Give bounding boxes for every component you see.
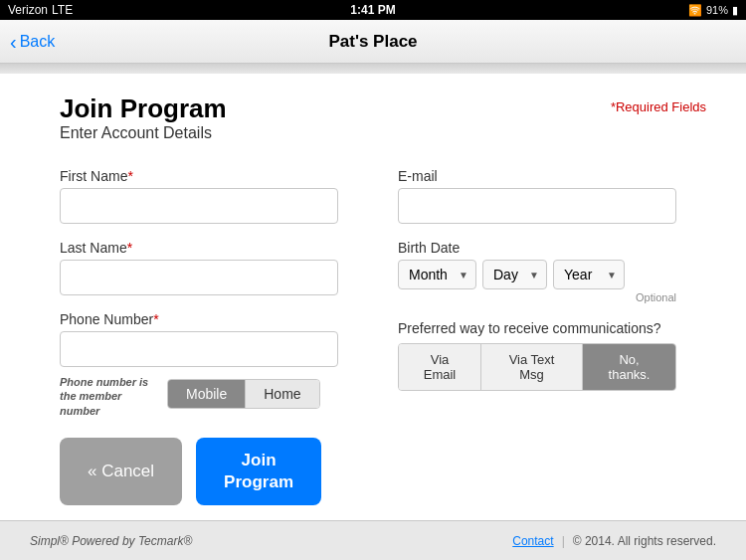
form-titles: Join Program Enter Account Details [60,93,227,162]
year-select[interactable]: Year201420132012201120102009200820072006… [553,260,625,289]
last-name-input[interactable] [60,260,338,295]
comm-btn-group: Via Email Via Text Msg No, thanks. [398,343,676,391]
phone-note: Phone number is the member number [60,375,159,418]
via-email-button[interactable]: Via Email [399,344,481,390]
cancel-button[interactable]: « Cancel [60,438,182,505]
first-name-input[interactable] [60,188,338,224]
action-row: « Cancel JoinProgram [60,438,338,505]
birth-date-field-group: Birth Date MonthJanFebMarAprMayJunJulAug… [398,240,676,303]
contact-link[interactable]: Contact [512,534,553,548]
first-name-required-star: * [127,168,132,184]
separator [0,64,746,74]
phone-toggle-row: Phone number is the member number Mobile… [60,371,338,418]
phone-required-star: * [153,311,158,327]
last-name-field-group: Last Name* [60,240,338,295]
status-right: 🛜 91% ▮ [688,4,738,17]
via-text-button[interactable]: Via Text Msg [481,344,583,390]
back-chevron-icon: ‹ [10,32,17,52]
nav-bar: ‹ Back Pat's Place [0,20,746,64]
first-name-field-group: First Name* [60,168,338,224]
day-select[interactable]: Day1234567891011121314151617181920212223… [482,260,547,289]
powered-by-label: Simpl® Powered by Tecmark® [30,534,192,548]
first-name-label: First Name* [60,168,338,184]
form-right-column: E-mail Birth Date MonthJanFebMarAprMayJu… [398,168,676,505]
form-left-column: First Name* Last Name* Phone Number* Pho… [60,168,338,505]
email-label: E-mail [398,168,676,184]
phone-input[interactable] [60,331,338,367]
footer-right: Contact | © 2014. All rights reserved. [512,534,716,548]
phone-toggle-group: Mobile Home [167,379,320,409]
mobile-toggle-button[interactable]: Mobile [168,380,246,408]
comm-section: Preferred way to receive communications?… [398,319,676,391]
day-select-wrapper: Day1234567891011121314151617181920212223… [482,260,547,289]
footer: Simpl® Powered by Tecmark® Contact | © 2… [0,520,746,560]
footer-divider: | [562,534,565,548]
no-thanks-button[interactable]: No, thanks. [583,344,675,390]
back-button[interactable]: ‹ Back [10,32,55,52]
email-field-group: E-mail [398,168,676,224]
carrier-label: Verizon [8,3,48,17]
battery-label: 91% [706,4,728,16]
month-select-wrapper: MonthJanFebMarAprMayJunJulAugSepOctNovDe… [398,260,476,289]
last-name-required-star: * [127,240,132,256]
form-columns: First Name* Last Name* Phone Number* Pho… [60,168,706,505]
phone-label: Phone Number* [60,311,338,327]
phone-field-group: Phone Number* Phone number is the member… [60,311,338,418]
join-program-button[interactable]: JoinProgram [196,438,321,505]
battery-bluetooth-icon: 🛜 [688,4,702,17]
home-toggle-button[interactable]: Home [246,380,318,408]
back-label: Back [20,33,56,51]
form-header-row: Join Program Enter Account Details *Requ… [60,93,706,162]
required-note: *Required Fields [611,99,706,114]
main-content: Join Program Enter Account Details *Requ… [0,74,746,520]
comm-label: Preferred way to receive communications? [398,319,676,337]
year-select-wrapper: Year201420132012201120102009200820072006… [553,260,625,289]
status-time: 1:41 PM [350,3,395,17]
optional-label: Optional [398,291,676,303]
form-subtitle: Enter Account Details [60,124,227,142]
month-select[interactable]: MonthJanFebMarAprMayJunJulAugSepOctNovDe… [398,260,476,289]
status-bar: Verizon LTE 1:41 PM 🛜 91% ▮ [0,0,746,20]
birth-date-row: MonthJanFebMarAprMayJunJulAugSepOctNovDe… [398,260,676,289]
email-input[interactable] [398,188,676,224]
network-label: LTE [52,3,73,17]
form-title: Join Program [60,93,227,124]
birth-date-label: Birth Date [398,240,676,256]
nav-title: Pat's Place [328,32,417,52]
status-left: Verizon LTE [8,3,73,17]
copyright-label: © 2014. All rights reserved. [573,534,716,548]
last-name-label: Last Name* [60,240,338,256]
battery-icon: ▮ [732,4,738,17]
